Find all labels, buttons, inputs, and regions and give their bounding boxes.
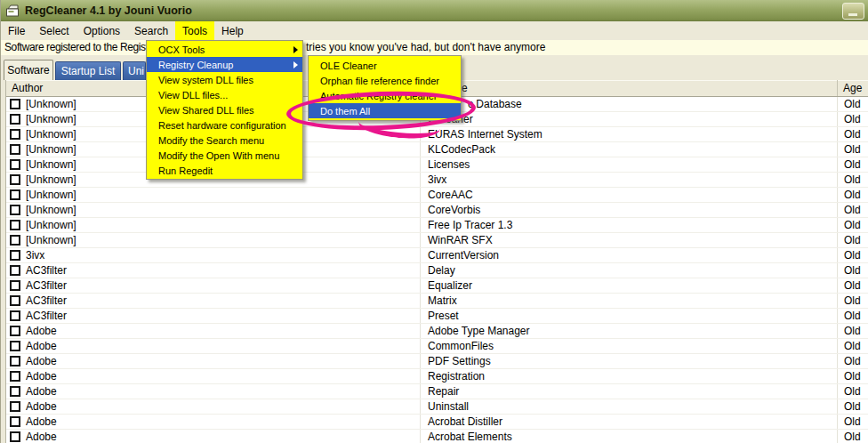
table-row[interactable]: AC3filter Delay Old: [6, 263, 868, 278]
software-cell: Equalizer: [421, 278, 838, 293]
row-checkbox[interactable]: [10, 144, 20, 155]
table-row[interactable]: [Unknown] KLCodecPack Old: [6, 142, 868, 157]
row-checkbox[interactable]: [10, 326, 20, 336]
table-row[interactable]: Adobe Acrobat Elements Old: [6, 430, 868, 443]
age-cell: Old: [838, 278, 868, 293]
author-cell: [Unknown]: [26, 113, 76, 125]
table-row[interactable]: [Unknown] WinRAR SFX Old: [6, 233, 868, 248]
menu-item-modify-search[interactable]: Modify the Search menu: [147, 133, 302, 148]
menu-item-label: View system DLL files: [158, 75, 253, 85]
age-cell: Old: [838, 294, 868, 308]
menu-help[interactable]: Help: [214, 21, 251, 40]
row-checkbox[interactable]: [10, 220, 20, 230]
row-checkbox[interactable]: [10, 265, 20, 276]
age-cell: Old: [838, 188, 868, 202]
row-checkbox[interactable]: [10, 129, 20, 140]
menu-item-view-system-dll[interactable]: View system DLL files: [147, 72, 302, 87]
row-checkbox[interactable]: [10, 280, 20, 291]
menu-search[interactable]: Search: [127, 21, 175, 40]
row-checkbox[interactable]: [10, 371, 20, 382]
row-checkbox[interactable]: [10, 401, 20, 412]
table-row[interactable]: Adobe PDF Settings Old: [6, 354, 868, 369]
info-text-left: Software registered to the Registr: [4, 40, 151, 55]
author-cell: AC3filter: [26, 310, 67, 322]
age-cell: Old: [838, 142, 868, 157]
table-row[interactable]: 3ivx CurrentVersion Old: [6, 248, 868, 263]
software-cell: CCleaner: [421, 112, 838, 126]
table-row[interactable]: [Unknown] Free Ip Tracer 1.3 Old: [6, 218, 868, 233]
row-checkbox[interactable]: [10, 159, 20, 170]
author-cell: Adobe: [26, 400, 57, 413]
menu-item-view-shared-dll[interactable]: View Shared DLL files: [147, 102, 302, 117]
table-row[interactable]: Adobe Adobe Type Manager Old: [6, 324, 868, 339]
table-row[interactable]: [Unknown] CoreVorbis Old: [6, 203, 868, 218]
menu-item-label: View DLL files...: [158, 90, 228, 101]
menu-item-label: OCX Tools: [158, 44, 205, 55]
menu-tools[interactable]: Tools: [175, 21, 214, 40]
age-cell: Old: [838, 415, 868, 429]
menu-file[interactable]: File: [1, 21, 32, 40]
menu-item-ocx-tools[interactable]: OCX Tools: [147, 42, 302, 57]
row-checkbox[interactable]: [10, 386, 20, 397]
software-cell: Registration: [421, 369, 838, 383]
column-header-age[interactable]: Age: [838, 80, 868, 96]
menu-item-reset-hardware[interactable]: Reset hardware configuration: [147, 117, 302, 133]
age-cell: Old: [838, 97, 868, 111]
software-cell: CoreAAC: [421, 188, 838, 202]
row-checkbox[interactable]: [10, 99, 20, 109]
row-checkbox[interactable]: [10, 416, 20, 427]
row-checkbox[interactable]: [10, 310, 20, 321]
age-cell: Old: [838, 263, 868, 278]
author-cell: Adobe: [26, 370, 57, 383]
age-cell: Old: [838, 430, 868, 443]
row-checkbox[interactable]: [10, 114, 20, 125]
tab-startup-list[interactable]: Startup List: [55, 61, 121, 80]
submenu-item-do-them-all[interactable]: Do them All: [309, 103, 461, 118]
submenu-item-automatic-cleaner[interactable]: Automatic Registry cleaner: [309, 88, 461, 103]
table-row[interactable]: [Unknown] Licenses Old: [6, 157, 868, 173]
menu-item-registry-cleanup[interactable]: Registry Cleanup: [147, 57, 302, 72]
software-table: Author e Age [Unknown] c Database Old [U…: [5, 80, 868, 443]
menu-options[interactable]: Options: [76, 21, 127, 40]
age-cell: Old: [838, 369, 868, 383]
software-cell: Adobe Type Manager: [421, 324, 838, 338]
table-row[interactable]: Adobe Registration Old: [6, 369, 868, 384]
age-cell: Old: [838, 248, 868, 262]
table-row[interactable]: Adobe Repair Old: [6, 384, 868, 399]
age-cell: Old: [838, 157, 868, 172]
submenu-item-ole-cleaner[interactable]: OLE Cleaner: [309, 58, 461, 73]
age-cell: Old: [838, 218, 868, 232]
table-row[interactable]: Adobe Uninstall Old: [6, 399, 868, 415]
row-checkbox[interactable]: [10, 235, 20, 246]
minimize-button[interactable]: [842, 3, 864, 20]
table-row[interactable]: [Unknown] EURAS Internet System Old: [6, 127, 868, 142]
menu-item-modify-open-with[interactable]: Modify the Open With menu: [147, 148, 302, 163]
table-row[interactable]: Adobe Acrobat Distiller Old: [6, 415, 868, 430]
row-checkbox[interactable]: [10, 431, 20, 442]
author-cell: [Unknown]: [26, 204, 76, 216]
column-header-software[interactable]: e: [421, 80, 838, 96]
menu-select[interactable]: Select: [32, 21, 76, 40]
table-row[interactable]: [Unknown] 3ivx Old: [6, 173, 868, 188]
submenu-item-orphan-finder[interactable]: Orphan file reference finder: [309, 73, 461, 88]
table-row[interactable]: [Unknown] CoreAAC Old: [6, 188, 868, 203]
row-checkbox[interactable]: [10, 356, 20, 366]
row-checkbox[interactable]: [10, 189, 20, 200]
tab-uninstall-partial[interactable]: Uni: [123, 61, 146, 80]
tools-dropdown-menu: OCX Tools Registry Cleanup View system D…: [146, 40, 303, 180]
tab-software[interactable]: Software: [4, 60, 53, 80]
row-checkbox[interactable]: [10, 250, 20, 261]
row-checkbox[interactable]: [10, 295, 20, 306]
row-checkbox[interactable]: [10, 341, 20, 351]
row-checkbox[interactable]: [10, 205, 20, 215]
table-row[interactable]: AC3filter Equalizer Old: [6, 278, 868, 294]
title-bar: RegCleaner 4.1 by Jouni Vuorio: [1, 0, 868, 21]
menu-item-view-dll[interactable]: View DLL files...: [147, 87, 302, 102]
table-row[interactable]: AC3filter Matrix Old: [6, 294, 868, 309]
row-checkbox[interactable]: [10, 174, 20, 185]
menu-item-run-regedit[interactable]: Run Regedit: [147, 163, 302, 178]
table-row[interactable]: Adobe CommonFiles Old: [6, 339, 868, 354]
table-row[interactable]: AC3filter Preset Old: [6, 309, 868, 324]
author-cell: Adobe: [26, 385, 57, 398]
software-cell: WinRAR SFX: [421, 233, 838, 247]
